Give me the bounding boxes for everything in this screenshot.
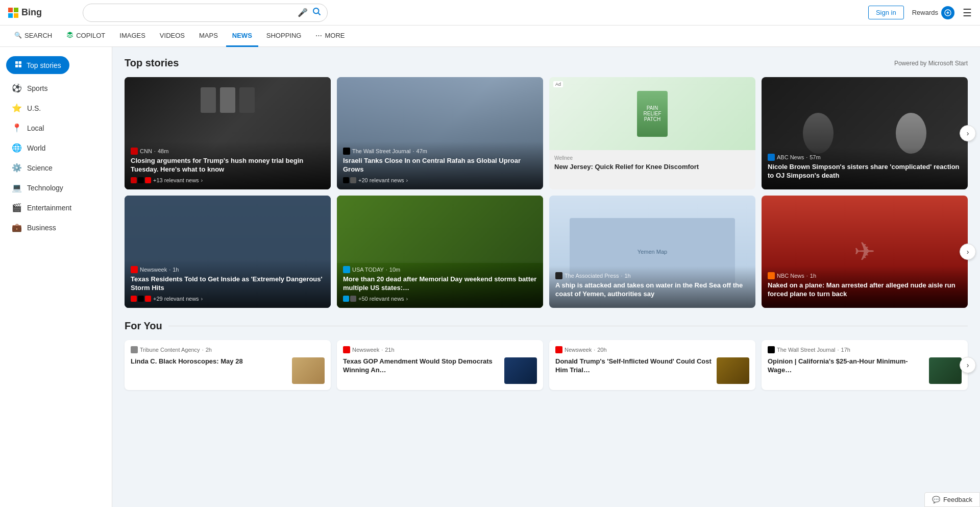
for-you-texas-body: Texas GOP Amendment Would Stop Democrats… [343,357,537,384]
news-card-naked-plane[interactable]: ✈ NBC News · 1h Naked on a plane: Man ar… [762,196,968,308]
news-card-red-sea[interactable]: Yemen Map The Associated Press · 1h A sh… [549,196,755,308]
news-card-memorial-storms[interactable]: USA TODAY · 10m More than 20 dead after … [337,196,543,308]
next-arrow-row2[interactable]: › [960,244,976,260]
news-card-oj-simpson[interactable]: ABC News · 57m Nicole Brown Simpson's si… [762,77,968,189]
svg-rect-1 [14,8,18,12]
svg-rect-7 [15,61,18,64]
for-you-card-texas-header: Newsweek · 21h [343,346,537,353]
tab-copilot[interactable]: COPILOT [60,26,111,47]
tab-maps[interactable]: MAPS [193,26,224,47]
for-you-card-ca-wage[interactable]: The Wall Street Journal · 17h Opinion | … [762,340,968,390]
svg-point-4 [313,8,319,14]
news-card-naked-plane-title: Naked on a plane: Man arrested after all… [768,281,962,299]
sidebar-item-world[interactable]: 🌐 World [0,138,112,158]
next-arrow-for-you[interactable]: › [960,357,976,373]
top-stories-button[interactable]: Top stories [6,56,69,74]
top-stories-title: Top stories [125,57,179,69]
svg-rect-3 [14,13,18,18]
mini-logo-s1 [131,296,137,302]
tab-search[interactable]: 🔍 SEARCH [8,26,58,47]
svg-rect-9 [15,65,18,67]
sidebar-item-entertainment[interactable]: 🎬 Entertainment [0,198,112,218]
news-card-texas-storm-title: Texas Residents Told to Get Inside as 'E… [131,275,325,293]
mini-logo-wsj2 [350,177,356,183]
menu-button[interactable]: ☰ [963,7,972,19]
news-card-knee-title: New Jersey: Quick Relief for Knee Discom… [554,163,750,171]
tab-news[interactable]: NEWS [226,26,258,47]
news-grid-row1: CNN · 48m Closing arguments for Trump's … [125,77,968,189]
for-you-texas-thumb [504,357,537,384]
news-card-oj-title: Nicole Brown Simpson's sisters share 'co… [768,163,962,180]
news-card-red-sea-title: A ship is attacked and takes on water in… [555,281,749,299]
search-input[interactable] [89,9,293,17]
tab-shopping[interactable]: SHOPPING [260,26,308,47]
for-you-ca-thumb [929,357,962,384]
for-you-ca-header: The Wall Street Journal · 17h [768,346,962,353]
for-you-ca-body: Opinion | California's $25-an-Hour Minim… [768,357,962,384]
main-layout: Top stories ⚽ Sports ⭐ U.S. 📍 Local 🌐 Wo… [0,47,980,507]
sidebar-item-business[interactable]: 💼 Business [0,218,112,237]
mini-logos-memorial [343,296,356,302]
sign-in-button[interactable]: Sign in [868,6,904,19]
mini-logo-2 [138,177,144,183]
mini-logo-m2 [350,296,356,302]
abc-logo [768,154,775,161]
sidebar-item-local[interactable]: 📍 Local [0,118,112,138]
news-card-oj-source: ABC News · 57m [768,154,962,161]
mini-logo-1 [131,177,137,183]
sidebar-item-sports[interactable]: ⚽ Sports [0,78,112,98]
logo-area[interactable]: Bing [8,7,75,18]
news-card-texas-storm[interactable]: Newsweek · 1h Texas Residents Told to Ge… [125,196,331,308]
mini-logo-wsj [343,177,349,183]
news-card-rafah-overlay: The Wall Street Journal · 47m Israeli Ta… [337,141,543,189]
for-you-title: For You [125,320,162,332]
for-you-card-horoscope[interactable]: Tribune Content Agency · 2h Linda C. Bla… [125,340,331,390]
wsj-logo-fy [768,346,775,353]
mini-logos-rafah [343,177,356,183]
search-icon[interactable] [312,7,321,18]
nbc-logo [768,272,775,279]
mini-logo-3 [145,177,151,183]
for-you-trump-text: Donald Trump's 'Self-Inflicted Wound' Co… [555,357,713,375]
copilot-icon [66,31,74,40]
news-card-texas-storm-source: Newsweek · 1h [131,266,325,273]
feedback-button[interactable]: 💬 Feedback [924,492,980,507]
tab-videos[interactable]: VIDEOS [154,26,191,47]
for-you-header: For You [125,320,968,332]
newsweek-logo-fy [343,346,350,353]
for-you-trump-thumb [717,357,749,384]
next-arrow-row1[interactable]: › [960,125,976,141]
mini-logo-s2 [138,296,144,302]
tab-more[interactable]: ⋯ MORE [309,26,351,47]
tab-images[interactable]: IMAGES [113,26,152,47]
for-you-divider [168,326,968,326]
for-you-section: For You Tribune Content Agency · 2h [125,320,968,390]
news-card-memorial-title: More than 20 dead after Memorial Day wee… [343,275,537,293]
usatoday-logo [343,266,350,273]
sidebar-item-science[interactable]: ⚙️ Science [0,158,112,178]
mini-logos [131,177,151,183]
sidebar-item-technology[interactable]: 💻 Technology [0,178,112,198]
news-card-trump-trial[interactable]: CNN · 48m Closing arguments for Trump's … [125,77,331,189]
mic-icon[interactable]: 🎤 [298,8,308,17]
news-card-oj-overlay: ABC News · 57m Nicole Brown Simpson's si… [762,148,968,189]
news-card-knee-ad[interactable]: PAIN RELIEF PATCH Ad Wellnee New Jersey:… [549,77,755,189]
wsj-logo [343,148,350,155]
news-grid-row2: Newsweek · 1h Texas Residents Told to Ge… [125,196,968,308]
news-card-red-sea-source: The Associated Press · 1h [555,272,749,279]
business-icon: 💼 [12,223,22,232]
feedback-icon: 💬 [932,496,940,503]
rewards-button[interactable]: Rewards [912,6,954,19]
ad-wellnee-source: Wellnee [554,155,750,161]
news-card-texas-storm-overlay: Newsweek · 1h Texas Residents Told to Ge… [125,260,331,308]
svg-rect-0 [8,8,13,12]
mini-logo-m1 [343,296,349,302]
sidebar-item-us[interactable]: ⭐ U.S. [0,98,112,118]
for-you-card-trump-trial[interactable]: Newsweek · 20h Donald Trump's 'Self-Infl… [549,340,755,390]
mini-logo-s3 [145,296,151,302]
news-card-rafah[interactable]: The Wall Street Journal · 47m Israeli Ta… [337,77,543,189]
news-card-memorial-source: USA TODAY · 10m [343,266,537,273]
search-bar[interactable]: 🎤 [83,4,328,22]
for-you-card-texas-gop[interactable]: Newsweek · 21h Texas GOP Amendment Would… [337,340,543,390]
for-you-horoscope-body: Linda C. Black Horoscopes: May 28 [131,357,325,384]
